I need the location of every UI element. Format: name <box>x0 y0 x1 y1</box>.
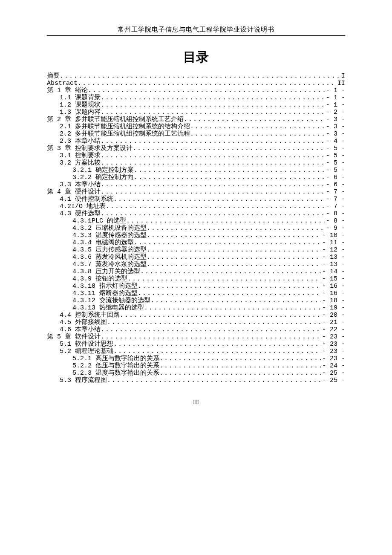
toc-entry-page: - 3 - <box>325 131 345 137</box>
toc-leader-dots <box>159 356 321 362</box>
toc-entry-page: - 8 - <box>325 211 345 217</box>
toc-entry: 2.3 本章小结 - 4 - <box>47 138 345 145</box>
toc-leader-dots <box>159 363 321 369</box>
toc-leader-dots <box>88 87 325 94</box>
toc-entry: 5.2 编程理论基础 - 23 - <box>47 348 345 355</box>
toc-entry-page: - 8 - <box>325 218 345 224</box>
toc-entry: 4.3.9 按钮的选型 - 15 - <box>47 275 345 283</box>
toc-leader-dots <box>147 225 325 231</box>
toc-entry-label: 5.2 编程理论基础 <box>60 348 113 355</box>
toc-entry-label: 第 3 章 控制要求及方案设计 <box>47 145 133 152</box>
toc-entry: 5.2.1 高压与数字输出的关系 - 23 - <box>47 355 345 362</box>
toc-entry-label: 1.3 课题内容 <box>60 109 101 116</box>
toc-entry-label: 4.3.9 按钮的选型 <box>72 276 127 282</box>
toc-entry: Abstract II <box>47 80 345 87</box>
toc-leader-dots <box>190 131 325 137</box>
toc-entry: 2.1 多并联节能压缩机组控制系统的结构介绍 - 3 - <box>47 123 345 130</box>
toc-entry-label: 5.1 软件设计思想 <box>60 341 113 347</box>
toc-entry: 4.3.11 熔断器的选型 - 16 - <box>47 290 345 297</box>
toc-entry: 4.3.6 蒸发冷风机的选型 - 13 - <box>47 254 345 261</box>
toc-entry: 第 5 章 软件设计 - 23 - <box>47 333 345 341</box>
toc-entry: 5.1 软件设计思想 - 23 - <box>47 341 345 348</box>
toc-entry: 3.2 方案比较 - 5 - <box>47 159 345 167</box>
toc-entry-page: - 2 - <box>325 109 345 116</box>
toc-leader-dots <box>159 370 321 376</box>
toc-leader-dots <box>184 116 325 123</box>
toc-leader-dots <box>127 276 321 282</box>
toc-entry-page: - 23 - <box>321 341 345 347</box>
toc-leader-dots <box>107 377 321 384</box>
toc-entry-page: - 16 - <box>321 290 345 297</box>
toc-entry-page: - 23 - <box>321 356 345 362</box>
toc-entry: 5.2.3 温度与数字输出的关系 - 25 - <box>47 370 345 377</box>
toc-entry: 5.2.2 低压与数字输出的关系 - 24 - <box>47 362 345 370</box>
toc-entry-label: 4.5 外部接线图 <box>60 319 107 326</box>
toc-entry-label: 4.3.11 熔断器的选型 <box>72 290 138 297</box>
toc-entry: 4.3.12 交流接触器的选型 - 18 - <box>47 297 345 304</box>
toc-leader-dots <box>138 290 321 297</box>
toc-entry: 4.3.3 温度传感器的选型 - 10 - <box>47 232 345 239</box>
toc-entry-label: 4.3.10 指示灯的选型 <box>72 283 138 289</box>
toc-leader-dots <box>140 269 321 275</box>
toc-entry: 4.3.1PLC 的选型 - 8 - <box>47 217 345 225</box>
toc-entry-page: - 20 - <box>321 312 345 318</box>
toc-entry: 3.2.1 确定控制方案 - 5 - <box>47 167 345 174</box>
toc-entry-page: - 5 - <box>325 153 345 159</box>
toc-entry-page: - 13 - <box>321 254 345 260</box>
toc-leader-dots <box>147 254 321 260</box>
toc-entry-page: - 24 - <box>321 363 345 369</box>
toc-entry-label: 4.3.7 蒸发冷水泵的选型 <box>72 261 147 268</box>
toc-entry-page: - 18 - <box>321 298 345 304</box>
toc-entry-page: - 21 - <box>321 319 345 326</box>
toc-entry: 3.3 本章小结 - 6 - <box>47 181 345 188</box>
toc-entry-label: Abstract <box>47 80 78 87</box>
toc-leader-dots <box>150 298 321 304</box>
toc-entry-label: 5.2.3 温度与数字输出的关系 <box>72 370 159 376</box>
toc-entry-label: 3.1 控制要求 <box>60 153 101 159</box>
toc-entry: 2.2 多并联节能压缩机组控制系统的工艺流程 - 3 - <box>47 130 345 138</box>
toc-leader-dots <box>120 312 321 318</box>
toc-entry-label: 4.3.6 蒸发冷风机的选型 <box>72 254 147 260</box>
toc-entry: 4.3 硬件选型 - 8 - <box>47 210 345 217</box>
toc-leader-dots <box>134 240 321 246</box>
toc-leader-dots <box>101 109 325 116</box>
toc-entry-page: - 6 - <box>325 182 345 188</box>
toc-leader-dots <box>107 319 321 326</box>
toc-entry: 4.3.13 热继电器的选型 - 19 - <box>47 304 345 312</box>
toc-entry-label: 4.2I/O 地址表 <box>60 203 106 210</box>
toc-entry-label: 3.2.1 确定控制方案 <box>72 167 134 173</box>
toc-entry-page: - 3 - <box>325 116 345 123</box>
toc-entry-label: 2.3 本章小结 <box>60 138 101 145</box>
toc-entry: 4.3.10 指示灯的选型 - 16 - <box>47 283 345 290</box>
toc-leader-dots <box>134 174 325 181</box>
toc-entry-page: - 22 - <box>321 327 345 333</box>
toc-entry-page: - 11 - <box>321 240 345 246</box>
toc-leader-dots <box>190 124 325 130</box>
toc-entry-label: 1.1 课题背景 <box>60 95 101 101</box>
toc-entry-page: - 15 - <box>321 276 345 282</box>
toc-entry-label: 第 1 章 绪论 <box>47 87 88 94</box>
toc-entry-label: 3.2.2 确定控制方向 <box>72 174 134 181</box>
toc-entry-label: 4.4 控制系统主回路 <box>60 312 120 318</box>
toc-entry-label: 4.1 硬件控制系统 <box>60 196 113 202</box>
toc-entry-page: - 3 - <box>325 124 345 130</box>
toc-leader-dots <box>101 334 321 340</box>
toc-leader-dots <box>138 283 321 289</box>
toc-entry-label: 4.3.1PLC 的选型 <box>72 218 126 224</box>
toc-entry-label: 5.3 程序流程图 <box>60 377 107 384</box>
toc-entry-page: - 25 - <box>321 370 345 376</box>
page-number: III <box>47 399 345 406</box>
toc-entry-label: 4.3.2 压缩机设备的选型 <box>72 225 147 231</box>
toc-entry-page: - 23 - <box>321 348 345 355</box>
toc-entry-page: II <box>337 80 345 87</box>
toc-entry-page: I <box>340 73 345 79</box>
toc-entry-page: - 1 - <box>325 87 345 94</box>
toc-entry-label: 第 4 章 硬件设计 <box>47 189 101 195</box>
toc-entry: 4.3.5 压力传感器的选型 - 12 - <box>47 246 345 254</box>
toc-entry-label: 4.3.8 压力开关的选型 <box>72 269 140 275</box>
toc-entry-page: - 12 - <box>321 247 345 253</box>
toc-leader-dots <box>101 138 325 145</box>
toc-title: 目录 <box>47 49 345 66</box>
table-of-contents: 摘要 IAbstract II第 1 章 绪论 - 1 -1.1 课题背景 - … <box>47 72 345 384</box>
toc-leader-dots <box>147 247 321 253</box>
